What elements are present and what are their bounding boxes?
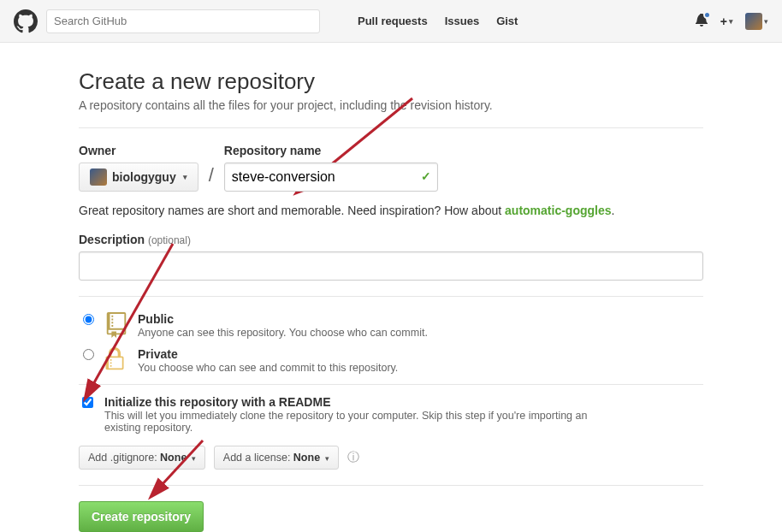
license-label: Add a license: — [223, 452, 293, 464]
lock-icon — [105, 347, 129, 374]
initialize-readme-checkbox[interactable] — [82, 397, 93, 408]
chevron-down-icon: ▾ — [729, 17, 733, 26]
info-icon[interactable]: ⓘ — [347, 450, 359, 465]
visibility-private-option[interactable]: Private You choose who can see and commi… — [79, 347, 703, 374]
repo-name-label: Repository name — [224, 144, 438, 157]
avatar — [90, 168, 107, 186]
chevron-down-icon: ▾ — [325, 454, 329, 463]
owner-name: biologyguy — [112, 170, 176, 184]
global-header: Pull requests Issues Gist +▾ ▾ — [0, 0, 782, 43]
divider — [79, 384, 703, 385]
private-radio[interactable] — [83, 349, 94, 360]
primary-nav: Pull requests Issues Gist — [351, 15, 524, 27]
plus-icon: + — [720, 15, 727, 28]
avatar — [745, 13, 762, 30]
visibility-public-option[interactable]: Public Anyone can see this repository. Y… — [79, 312, 703, 340]
private-subtitle: You choose who can see and commit to thi… — [138, 362, 398, 374]
chevron-down-icon: ▾ — [192, 454, 196, 463]
user-menu[interactable]: ▾ — [745, 13, 768, 30]
public-title: Public — [138, 312, 428, 326]
gitignore-select[interactable]: Add .gitignore: None ▾ — [79, 446, 205, 470]
owner-label: Owner — [79, 144, 198, 157]
initialize-readme-option[interactable]: Initialize this repository with a README… — [79, 395, 703, 434]
public-subtitle: Anyone can see this repository. You choo… — [138, 327, 428, 339]
owner-select[interactable]: biologyguy ▾ — [79, 163, 198, 192]
create-repository-button[interactable]: Create repository — [79, 501, 204, 532]
license-select[interactable]: Add a license: None ▾ — [214, 446, 339, 470]
divider — [79, 127, 703, 128]
header-right: +▾ ▾ — [695, 13, 768, 30]
divider — [79, 485, 703, 486]
notification-indicator-icon — [703, 11, 711, 19]
create-menu[interactable]: +▾ — [720, 15, 733, 28]
license-value: None — [293, 452, 320, 464]
description-label: Description (optional) — [79, 233, 703, 246]
private-title: Private — [138, 347, 398, 361]
description-label-text: Description — [79, 233, 145, 246]
tip-suffix: . — [612, 204, 615, 217]
suggestion-link[interactable]: automatic-goggles — [505, 204, 611, 217]
divider — [79, 296, 703, 297]
nav-gist[interactable]: Gist — [489, 15, 524, 27]
repo-name-input[interactable] — [224, 163, 438, 192]
notifications-button[interactable] — [695, 13, 708, 29]
initialize-title: Initialize this repository with a README — [104, 395, 618, 409]
optional-hint: (optional) — [148, 234, 191, 246]
repo-icon — [105, 312, 129, 340]
tip-text: Great repository names are short and mem… — [79, 204, 505, 217]
gitignore-label: Add .gitignore: — [88, 452, 160, 464]
path-separator: / — [209, 164, 214, 192]
public-radio[interactable] — [83, 314, 94, 325]
chevron-down-icon: ▾ — [764, 17, 768, 26]
search-input[interactable] — [46, 9, 320, 33]
check-icon: ✓ — [421, 169, 431, 183]
nav-pull-requests[interactable]: Pull requests — [351, 15, 435, 27]
chevron-down-icon: ▾ — [183, 173, 187, 181]
github-logo-icon[interactable] — [14, 9, 38, 33]
name-tip: Great repository names are short and mem… — [79, 204, 703, 217]
main-content: Create a new repository A repository con… — [79, 68, 703, 532]
description-input[interactable] — [79, 251, 703, 281]
page-title: Create a new repository — [79, 68, 703, 95]
page-subtitle: A repository contains all the files for … — [79, 98, 703, 112]
initialize-subtitle: This will let you immediately clone the … — [104, 410, 618, 434]
nav-issues[interactable]: Issues — [438, 15, 486, 27]
gitignore-value: None — [160, 452, 187, 464]
